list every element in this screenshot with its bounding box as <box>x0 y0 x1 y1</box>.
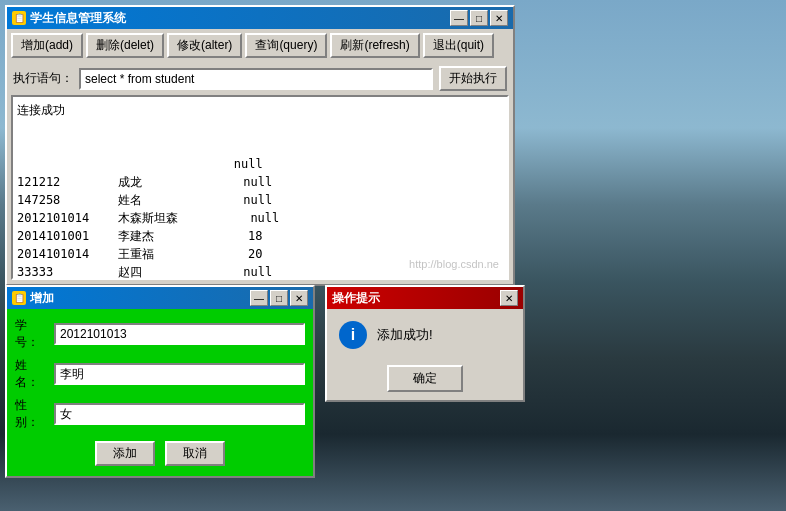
execute-button[interactable]: 开始执行 <box>439 66 507 91</box>
query-input[interactable] <box>79 68 433 90</box>
student-name-label: 姓名： <box>15 357 50 391</box>
add-title-bar-left: 📋 增加 <box>12 290 54 307</box>
student-gender-row: 性别： <box>15 397 305 431</box>
alert-close-button[interactable]: ✕ <box>500 290 518 306</box>
student-id-label: 学号： <box>15 317 50 351</box>
alert-ok-button[interactable]: 确定 <box>387 365 463 392</box>
delete-button[interactable]: 删除(delet) <box>86 33 164 58</box>
alert-content: i 添加成功! <box>327 309 523 361</box>
refresh-button[interactable]: 刷新(refresh) <box>330 33 419 58</box>
add-confirm-button[interactable]: 添加 <box>95 441 155 466</box>
toolbar: 增加(add) 删除(delet) 修改(alter) 查询(query) 刷新… <box>7 29 513 62</box>
add-dialog-content: 学号： 姓名： 性别： 添加 取消 <box>7 309 313 476</box>
add-dialog-title: 增加 <box>30 290 54 307</box>
alert-title-bar-left: 操作提示 <box>332 290 380 307</box>
add-minimize-button[interactable]: — <box>250 290 268 306</box>
alert-buttons: 确定 <box>327 361 523 400</box>
add-dialog-title-bar: 📋 增加 — □ ✕ <box>7 287 313 309</box>
add-maximize-button[interactable]: □ <box>270 290 288 306</box>
add-cancel-button[interactable]: 取消 <box>165 441 225 466</box>
results-area[interactable]: 连接成功 null 121212 成龙 null 147258 姓名 null … <box>11 95 509 280</box>
main-close-button[interactable]: ✕ <box>490 10 508 26</box>
student-id-row: 学号： <box>15 317 305 351</box>
alert-message: 添加成功! <box>377 326 433 344</box>
student-name-row: 姓名： <box>15 357 305 391</box>
query-bar: 执行语句： 开始执行 <box>7 62 513 95</box>
main-title-bar: 📋 学生信息管理系统 — □ ✕ <box>7 7 513 29</box>
add-dialog-buttons: 添加 取消 <box>15 437 305 468</box>
query-label: 执行语句： <box>13 70 73 87</box>
student-gender-input[interactable] <box>54 403 305 425</box>
alert-title-bar: 操作提示 ✕ <box>327 287 523 309</box>
student-name-input[interactable] <box>54 363 305 385</box>
main-window-title: 学生信息管理系统 <box>30 10 126 27</box>
results-content: 连接成功 null 121212 成龙 null 147258 姓名 null … <box>17 101 503 280</box>
alert-dialog-controls: ✕ <box>500 290 518 306</box>
query-button[interactable]: 查询(query) <box>245 33 327 58</box>
add-dialog: 📋 增加 — □ ✕ 学号： 姓名： 性别： 添加 取消 <box>5 285 315 478</box>
main-window: 📋 学生信息管理系统 — □ ✕ 增加(add) 删除(delet) 修改(al… <box>5 5 515 286</box>
main-window-controls: — □ ✕ <box>450 10 508 26</box>
quit-button[interactable]: 退出(quit) <box>423 33 494 58</box>
student-gender-label: 性别： <box>15 397 50 431</box>
main-minimize-button[interactable]: — <box>450 10 468 26</box>
main-window-icon: 📋 <box>12 11 26 25</box>
add-dialog-controls: — □ ✕ <box>250 290 308 306</box>
watermark: http://blog.csdn.ne <box>409 258 499 270</box>
alter-button[interactable]: 修改(alter) <box>167 33 242 58</box>
title-bar-left: 📋 学生信息管理系统 <box>12 10 126 27</box>
info-icon: i <box>339 321 367 349</box>
add-dialog-icon: 📋 <box>12 291 26 305</box>
add-close-button[interactable]: ✕ <box>290 290 308 306</box>
alert-dialog-title: 操作提示 <box>332 290 380 307</box>
alert-dialog: 操作提示 ✕ i 添加成功! 确定 <box>325 285 525 402</box>
add-button[interactable]: 增加(add) <box>11 33 83 58</box>
student-id-input[interactable] <box>54 323 305 345</box>
main-maximize-button[interactable]: □ <box>470 10 488 26</box>
